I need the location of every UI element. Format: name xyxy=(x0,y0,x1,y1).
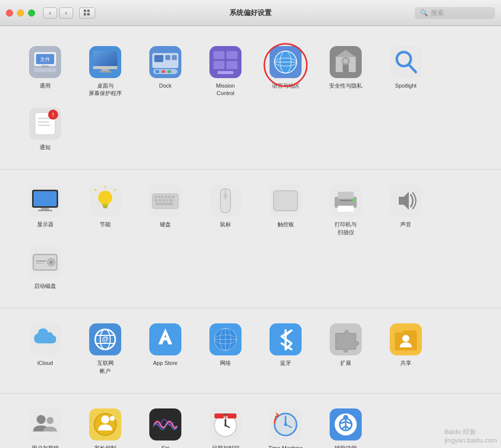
pref-desktop[interactable]: 桌面与屏幕保护程序 xyxy=(75,41,135,103)
pref-general[interactable]: 文件 New 通用 xyxy=(15,41,75,95)
internet-items-row: iCloud @ 互联网帐户 xyxy=(15,318,486,380)
pref-mission-control[interactable]: MissionControl xyxy=(195,41,256,103)
pref-network[interactable]: 网络 xyxy=(195,318,256,372)
pref-energy[interactable]: 节能 xyxy=(75,180,135,233)
close-button[interactable] xyxy=(6,10,13,17)
siri-icon-wrap xyxy=(149,408,181,440)
internet-section: iCloud @ 互联网帐户 xyxy=(0,308,501,390)
pref-security[interactable]: 安全性与隐私 xyxy=(316,41,376,95)
mouse-label: 鼠标 xyxy=(220,221,231,228)
personal-section: 文件 New 通用 xyxy=(0,31,501,166)
svg-rect-27 xyxy=(226,51,237,59)
svg-rect-86 xyxy=(338,192,354,199)
keyboard-icon-wrap xyxy=(149,185,181,217)
maximize-button[interactable] xyxy=(28,10,35,17)
svg-point-89 xyxy=(351,199,354,202)
pref-internet-accounts[interactable]: @ 互联网帐户 xyxy=(75,318,135,380)
pref-icloud[interactable]: iCloud xyxy=(15,318,75,372)
pref-app-store[interactable]: App Store xyxy=(135,318,195,372)
svg-rect-61 xyxy=(103,206,107,208)
accessibility-label: 辅助功能 xyxy=(335,444,357,448)
pref-trackpad[interactable]: 触控板 xyxy=(256,180,316,233)
parental-label: 家长控制 xyxy=(94,444,116,448)
pref-users[interactable]: 用户与群组 xyxy=(15,403,75,448)
pref-sharing[interactable]: 共享 xyxy=(376,318,436,372)
svg-point-133 xyxy=(224,424,226,426)
pref-keyboard[interactable]: 键盘 xyxy=(135,180,195,233)
svg-rect-119 xyxy=(29,408,61,440)
mouse-icon-wrap xyxy=(209,185,241,217)
svg-rect-49 xyxy=(38,121,49,123)
timemachine-icon-wrap xyxy=(270,408,302,440)
pref-printers[interactable]: 打印机与扫描仪 xyxy=(316,180,376,241)
timemachine-label: Time Machine xyxy=(269,444,303,448)
preferences-content: 文件 New 通用 xyxy=(0,26,501,448)
pref-dock[interactable]: Dock xyxy=(135,41,195,95)
search-box[interactable]: 🔍 搜索 xyxy=(415,7,495,19)
pref-notifications[interactable]: ! 通知 xyxy=(15,103,75,156)
extensions-label: 扩展 xyxy=(340,359,351,367)
extensions-icon-wrap xyxy=(330,323,362,355)
nav-buttons: ‹ › xyxy=(43,8,73,19)
svg-point-120 xyxy=(37,415,46,424)
general-icon-wrap: 文件 New xyxy=(29,46,61,78)
svg-point-118 xyxy=(402,335,409,342)
system-items-row: 用户与群组 家长控制 xyxy=(15,403,486,448)
svg-rect-6 xyxy=(34,68,56,72)
icloud-icon-wrap xyxy=(29,323,61,355)
svg-text:@: @ xyxy=(102,335,109,343)
desktop-label: 桌面与屏幕保护程序 xyxy=(89,82,122,98)
svg-text:12: 12 xyxy=(223,412,228,417)
language-icon-wrap xyxy=(270,46,302,78)
pref-language[interactable]: 语言与地区 xyxy=(256,41,316,95)
startup-icon-wrap xyxy=(29,246,61,278)
datetime-icon-wrap: 16 12 xyxy=(209,408,241,440)
pref-spotlight[interactable]: Spotlight xyxy=(376,41,436,95)
pref-displays[interactable]: 显示器 xyxy=(15,180,75,233)
internet-accounts-label: 互联网帐户 xyxy=(97,359,114,375)
mission-label: MissionControl xyxy=(216,82,234,98)
users-icon-wrap xyxy=(29,408,61,440)
pref-accessibility[interactable]: 辅助功能 xyxy=(316,403,376,448)
apps-grid-button[interactable] xyxy=(79,8,95,19)
pref-extensions[interactable]: 扩展 xyxy=(316,318,376,372)
security-icon-wrap xyxy=(330,46,362,78)
svg-rect-73 xyxy=(154,199,158,202)
accessibility-icon-wrap xyxy=(330,408,362,440)
svg-rect-96 xyxy=(36,260,46,262)
svg-rect-24 xyxy=(167,70,171,73)
pref-timemachine[interactable]: Time Machine xyxy=(256,403,316,448)
svg-rect-18 xyxy=(154,55,163,62)
back-button[interactable]: ‹ xyxy=(43,8,57,19)
svg-rect-29 xyxy=(226,61,237,69)
search-placeholder: 搜索 xyxy=(431,9,444,18)
trackpad-label: 触控板 xyxy=(278,221,294,228)
pref-datetime[interactable]: 16 12 日期与时间 xyxy=(195,403,256,448)
app-store-icon-wrap xyxy=(149,323,181,355)
bluetooth-label: 蓝牙 xyxy=(280,359,291,367)
pref-mouse[interactable]: 鼠标 xyxy=(195,180,256,233)
general-label: 通用 xyxy=(40,82,51,90)
pref-startup[interactable]: 启动磁盘 xyxy=(15,241,75,295)
svg-rect-13 xyxy=(93,66,117,69)
svg-rect-83 xyxy=(274,191,298,211)
minimize-button[interactable] xyxy=(17,10,24,17)
svg-rect-78 xyxy=(155,203,173,205)
system-section: 用户与群组 家长控制 xyxy=(0,393,501,448)
hardware-items-row: 显示器 节能 xyxy=(15,180,486,295)
pref-parental[interactable]: 家长控制 xyxy=(75,403,135,448)
svg-rect-75 xyxy=(162,199,165,202)
forward-button[interactable]: › xyxy=(59,8,73,19)
pref-siri[interactable]: Siri xyxy=(135,403,195,448)
spotlight-label: Spotlight xyxy=(395,82,417,90)
dock-icon-wrap xyxy=(149,46,181,78)
pref-sound[interactable]: 声音 xyxy=(376,180,436,233)
svg-rect-42 xyxy=(390,46,422,78)
displays-icon-wrap xyxy=(29,185,61,217)
svg-rect-88 xyxy=(340,200,352,201)
dock-label: Dock xyxy=(159,82,171,90)
search-icon: 🔍 xyxy=(420,9,428,17)
svg-rect-23 xyxy=(161,70,165,73)
pref-bluetooth[interactable]: 蓝牙 xyxy=(256,318,316,372)
svg-rect-0 xyxy=(84,10,86,12)
